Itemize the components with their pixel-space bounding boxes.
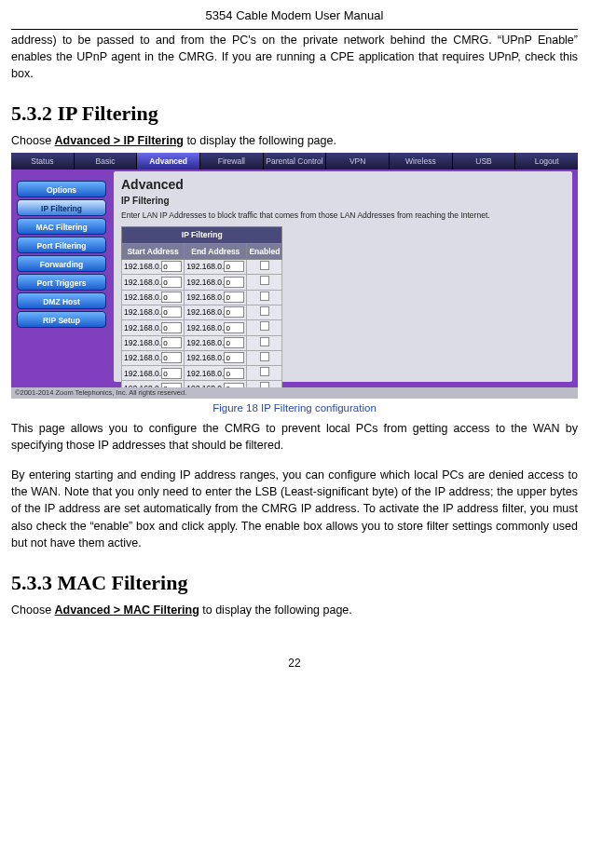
start-address-octet-input[interactable]: 0 — [161, 292, 182, 303]
table-row: 192.168.0.0192.168.0.0 — [122, 290, 282, 305]
start-address-octet-input[interactable]: 0 — [161, 277, 182, 288]
page-number: 22 — [11, 656, 578, 671]
start-address-cell: 192.168.0.0 — [122, 335, 185, 350]
section-5-3-3-choose: Choose Advanced > MAC Filtering to displ… — [11, 602, 578, 618]
start-address-cell: 192.168.0.0 — [122, 350, 185, 365]
start-address-octet-input[interactable]: 0 — [161, 261, 182, 272]
start-address-cell: 192.168.0.0 — [122, 259, 185, 274]
tab-firewall[interactable]: Firewall — [200, 153, 264, 170]
tab-status[interactable]: Status — [11, 153, 75, 170]
enabled-cell — [247, 366, 282, 381]
sidebar-item-rip-setup[interactable]: RIP Setup — [17, 311, 106, 328]
ip-filter-table: IP Filtering Start Address End Address E… — [121, 226, 282, 399]
tab-logout[interactable]: Logout — [515, 153, 578, 170]
start-address-cell: 192.168.0.0 — [122, 366, 185, 381]
sidebar-item-dmz-host[interactable]: DMZ Host — [17, 292, 106, 309]
enable-checkbox[interactable] — [260, 306, 269, 316]
table-row: 192.168.0.0192.168.0.0 — [122, 366, 282, 381]
start-address-cell: 192.168.0.0 — [122, 320, 185, 335]
router-panel: Advanced IP Filtering Enter LAN IP Addre… — [114, 171, 572, 382]
header-rule — [11, 29, 578, 30]
end-address-cell: 192.168.0.0 — [185, 335, 247, 350]
enable-checkbox[interactable] — [260, 321, 269, 331]
tab-advanced[interactable]: Advanced — [137, 153, 200, 170]
end-address-octet-input[interactable]: 0 — [224, 337, 244, 348]
table-title: IP Filtering — [122, 227, 282, 243]
table-row: 192.168.0.0192.168.0.0 — [122, 305, 282, 319]
choose-breadcrumb: Advanced > MAC Filtering — [55, 604, 199, 617]
col-start-address: Start Address — [122, 243, 185, 259]
section-5-3-2-choose: Choose Advanced > IP Filtering to displa… — [11, 132, 578, 149]
table-row: 192.168.0.0192.168.0.0 — [122, 320, 282, 335]
doc-header-title: 5354 Cable Modem User Manual — [11, 7, 578, 25]
sidebar-item-mac-filtering[interactable]: MAC Filtering — [17, 218, 106, 235]
enabled-cell — [247, 305, 282, 319]
sidebar-item-port-triggers[interactable]: Port Triggers — [17, 274, 106, 291]
enable-checkbox[interactable] — [260, 352, 269, 361]
router-sidebar: Options IP Filtering MAC Filtering Port … — [17, 181, 106, 328]
col-enabled: Enabled — [247, 243, 282, 259]
table-row: 192.168.0.0192.168.0.0 — [122, 275, 282, 290]
end-address-octet-input[interactable]: 0 — [224, 322, 244, 333]
section-5-3-2-heading: 5.3.2 IP Filtering — [11, 99, 578, 129]
choose-suffix: to display the following page. — [199, 604, 352, 617]
choose-prefix: Choose — [11, 604, 55, 617]
enable-checkbox[interactable] — [260, 261, 269, 270]
enabled-cell — [247, 350, 282, 365]
end-address-cell: 192.168.0.0 — [185, 350, 247, 365]
tab-basic[interactable]: Basic — [75, 153, 138, 170]
router-footer: ©2001-2014 Zoom Telephonics, Inc. All ri… — [11, 387, 578, 399]
enabled-cell — [247, 275, 282, 290]
section-5-3-3-heading: 5.3.3 MAC Filtering — [11, 568, 578, 598]
router-screenshot: Status Basic Advanced Firewall Parental … — [11, 153, 578, 399]
panel-title: Advanced — [114, 171, 572, 194]
tab-usb[interactable]: USB — [453, 153, 516, 170]
tab-wireless[interactable]: Wireless — [390, 153, 453, 170]
desc-paragraph-2: By entering starting and ending IP addre… — [11, 467, 578, 551]
enable-checkbox[interactable] — [260, 276, 269, 285]
start-address-octet-input[interactable]: 0 — [161, 337, 182, 348]
start-address-cell: 192.168.0.0 — [122, 305, 185, 319]
table-row: 192.168.0.0192.168.0.0 — [122, 335, 282, 350]
tab-parental-control[interactable]: Parental Control — [264, 153, 327, 170]
sidebar-item-port-filtering[interactable]: Port Filtering — [17, 237, 106, 253]
table-row: 192.168.0.0192.168.0.0 — [122, 350, 282, 365]
intro-paragraph: address) to be passed to and from the PC… — [11, 32, 578, 82]
enable-checkbox[interactable] — [260, 337, 269, 346]
enabled-cell — [247, 290, 282, 305]
tab-vpn[interactable]: VPN — [326, 153, 390, 170]
enable-checkbox[interactable] — [260, 367, 269, 376]
enabled-cell — [247, 259, 282, 274]
end-address-octet-input[interactable]: 0 — [224, 277, 244, 288]
end-address-octet-input[interactable]: 0 — [224, 368, 244, 379]
enabled-cell — [247, 335, 282, 350]
end-address-octet-input[interactable]: 0 — [224, 261, 244, 272]
start-address-octet-input[interactable]: 0 — [161, 322, 182, 333]
figure-caption: Figure 18 IP Filtering configuration — [11, 400, 578, 416]
router-top-nav: Status Basic Advanced Firewall Parental … — [11, 153, 578, 170]
end-address-cell: 192.168.0.0 — [185, 275, 247, 290]
enable-checkbox[interactable] — [260, 292, 269, 301]
end-address-cell: 192.168.0.0 — [185, 290, 247, 305]
start-address-octet-input[interactable]: 0 — [161, 352, 182, 363]
end-address-octet-input[interactable]: 0 — [224, 352, 244, 363]
end-address-cell: 192.168.0.0 — [185, 366, 247, 381]
sidebar-item-forwarding[interactable]: Forwarding — [17, 255, 106, 272]
choose-suffix: to display the following page. — [184, 134, 336, 147]
col-end-address: End Address — [185, 243, 247, 259]
choose-breadcrumb: Advanced > IP Filtering — [55, 134, 184, 147]
enabled-cell — [247, 320, 282, 335]
end-address-cell: 192.168.0.0 — [185, 305, 247, 319]
end-address-octet-input[interactable]: 0 — [224, 292, 244, 303]
start-address-octet-input[interactable]: 0 — [161, 306, 182, 318]
end-address-cell: 192.168.0.0 — [185, 320, 247, 335]
start-address-cell: 192.168.0.0 — [122, 275, 185, 290]
sidebar-item-ip-filtering[interactable]: IP Filtering — [17, 199, 106, 216]
end-address-cell: 192.168.0.0 — [185, 259, 247, 274]
panel-description: Enter LAN IP Addresses to block traffic … — [114, 208, 572, 224]
start-address-cell: 192.168.0.0 — [122, 290, 185, 305]
end-address-octet-input[interactable]: 0 — [224, 306, 244, 318]
choose-prefix: Choose — [11, 134, 55, 147]
sidebar-item-options[interactable]: Options — [17, 181, 106, 197]
start-address-octet-input[interactable]: 0 — [161, 368, 182, 379]
